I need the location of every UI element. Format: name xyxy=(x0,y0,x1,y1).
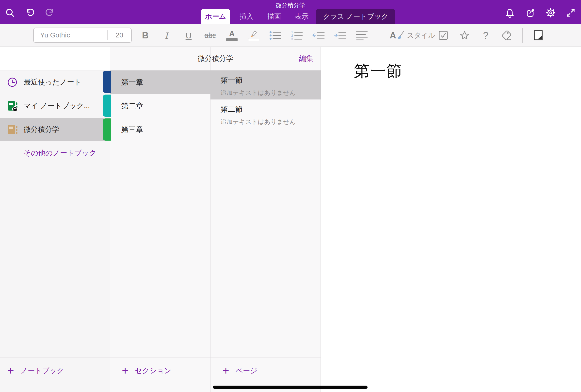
page-view-group xyxy=(531,24,545,47)
styles-brush-icon xyxy=(397,30,405,40)
highlighter-button[interactable] xyxy=(247,26,260,44)
font-color-button[interactable]: A xyxy=(225,26,239,44)
font-picker[interactable]: Yu Gothic 20 xyxy=(33,28,132,43)
section-row-chapter2[interactable]: 第二章 xyxy=(110,94,210,118)
add-section-button[interactable]: + セクション xyxy=(110,358,210,392)
share-icon[interactable] xyxy=(525,8,536,18)
format-buttons: B I U abc A xyxy=(138,24,369,47)
font-color-icon: A xyxy=(229,30,235,38)
tab-draw[interactable]: 描画 xyxy=(263,9,285,24)
tab-insert[interactable]: 挿入 xyxy=(235,9,257,24)
outdent-button[interactable] xyxy=(312,26,325,44)
svg-text:3: 3 xyxy=(291,37,293,41)
plus-icon: + xyxy=(122,365,128,376)
styles-group: A スタイル xyxy=(390,24,435,47)
add-section-label: セクション xyxy=(135,366,171,376)
section-row-chapter1[interactable]: 第一章 xyxy=(110,70,210,94)
sidebar-header-panel[interactable] xyxy=(0,47,110,70)
page-row-section1[interactable]: 第一節 追加テキストはありません xyxy=(210,70,321,100)
toolbar-divider xyxy=(523,28,523,43)
tab-home-label: ホーム xyxy=(205,12,226,21)
strikethrough-button[interactable]: abc xyxy=(203,26,217,44)
numbered-list-icon: 123 xyxy=(291,30,303,41)
section-color-tab-chapter3[interactable] xyxy=(103,118,111,140)
todo-checkbox-button[interactable] xyxy=(437,26,450,44)
sidebar-item-label: 微分積分学 xyxy=(24,124,59,134)
add-notebook-button[interactable]: + ノートブック xyxy=(0,358,110,392)
format-toolbar: Yu Gothic 20 B I U abc A xyxy=(0,24,581,47)
home-indicator-bar[interactable] xyxy=(213,386,368,389)
styles-letter-icon: A xyxy=(390,31,396,40)
undo-icon[interactable] xyxy=(24,8,35,18)
section-color-tab-chapter2[interactable] xyxy=(103,94,111,117)
section-color-tab-chapter1[interactable] xyxy=(103,71,111,93)
redo-icon[interactable] xyxy=(44,8,55,18)
sidebar-item-my-notebook[interactable]: マイ ノートブック... xyxy=(0,94,110,118)
sections-column: 第一章 第二章 第三章 + セクション xyxy=(110,47,210,392)
star-icon xyxy=(459,30,470,41)
expand-fullscreen-icon[interactable] xyxy=(565,8,576,18)
styles-label: スタイル xyxy=(407,31,435,40)
search-icon[interactable] xyxy=(5,8,15,18)
underline-button[interactable]: U xyxy=(182,26,195,44)
sidebar-item-calculus-notebook[interactable]: 微分積分学 xyxy=(0,118,110,141)
page-row-section2[interactable]: 第二節 追加テキストはありません xyxy=(210,100,321,128)
edit-button[interactable]: 編集 xyxy=(299,47,313,70)
alignment-icon xyxy=(356,30,368,41)
numbered-list-button[interactable]: 123 xyxy=(290,26,304,44)
more-notebooks-link[interactable]: その他のノートブック xyxy=(24,141,107,165)
page-row-subtitle: 追加テキストはありません xyxy=(220,118,321,126)
tab-class-notebook[interactable]: クラス ノートブック xyxy=(316,9,395,24)
highlighter-icon xyxy=(248,30,259,38)
outdent-icon xyxy=(312,30,325,41)
tag-icon xyxy=(501,30,513,41)
app-title: 微分積分学 xyxy=(0,2,581,9)
indent-icon xyxy=(334,30,346,41)
add-notebook-label: ノートブック xyxy=(20,366,64,376)
italic-button[interactable]: I xyxy=(160,26,174,44)
page-content-title[interactable]: 第一節 xyxy=(354,60,403,82)
section-row-chapter3[interactable]: 第三章 xyxy=(110,118,210,141)
bullet-list-button[interactable] xyxy=(268,26,282,44)
plus-icon: + xyxy=(7,365,14,376)
underline-icon: U xyxy=(186,31,192,40)
notifications-bell-icon[interactable] xyxy=(505,8,515,18)
tab-home[interactable]: ホーム xyxy=(201,9,230,24)
more-tags-button[interactable] xyxy=(500,26,514,44)
tab-class-notebook-label: クラス ノートブック xyxy=(323,12,388,21)
indent-button[interactable] xyxy=(333,26,347,44)
settings-gear-icon[interactable] xyxy=(545,8,556,18)
svg-text:2: 2 xyxy=(291,34,293,38)
page-content-area[interactable]: 第一節 xyxy=(321,47,581,392)
styles-button[interactable]: A スタイル xyxy=(390,30,435,40)
plus-icon: + xyxy=(223,365,229,376)
sidebar-item-recent-notes[interactable]: 最近使ったノート xyxy=(0,70,110,94)
alignment-button[interactable] xyxy=(355,26,369,44)
font-size-value[interactable]: 20 xyxy=(107,30,131,40)
section-label: 第三章 xyxy=(121,124,143,135)
top-bar: 微分積分学 ホーム 挿入 描画 表示 クラス ノートブック xyxy=(0,0,581,24)
hide-navigation-button[interactable] xyxy=(531,26,545,44)
sidebar-item-label: マイ ノートブック... xyxy=(24,101,90,111)
notebooks-sidebar: 最近使ったノート マイ ノートブック... xyxy=(0,47,110,392)
tab-view[interactable]: 表示 xyxy=(290,9,313,24)
question-mark-icon: ? xyxy=(483,30,489,41)
todo-checkbox-icon xyxy=(438,30,449,41)
font-color-swatch xyxy=(226,38,238,41)
notebook-icon xyxy=(7,124,18,135)
notebook-header: 微分積分学 編集 xyxy=(110,47,321,70)
font-name-value[interactable]: Yu Gothic xyxy=(34,31,107,39)
ribbon-tabs: ホーム 挿入 描画 表示 クラス ノートブック xyxy=(201,9,395,24)
pages-column: 第一節 追加テキストはありません 第二節 追加テキストはありません + ページ xyxy=(210,47,321,392)
section-label: 第二章 xyxy=(121,101,143,111)
help-button[interactable]: ? xyxy=(479,26,493,44)
tab-draw-label: 描画 xyxy=(267,12,281,21)
page-row-title: 第二節 xyxy=(220,104,321,114)
svg-text:1: 1 xyxy=(291,30,293,34)
star-tag-button[interactable] xyxy=(458,26,472,44)
onenote-app: 微分積分学 ホーム 挿入 描画 表示 クラス ノートブック xyxy=(0,0,581,392)
more-notebooks-label: その他のノートブック xyxy=(24,148,96,158)
page-row-title: 第一節 xyxy=(220,75,321,86)
bullet-list-icon xyxy=(269,30,281,41)
bold-button[interactable]: B xyxy=(138,26,152,44)
